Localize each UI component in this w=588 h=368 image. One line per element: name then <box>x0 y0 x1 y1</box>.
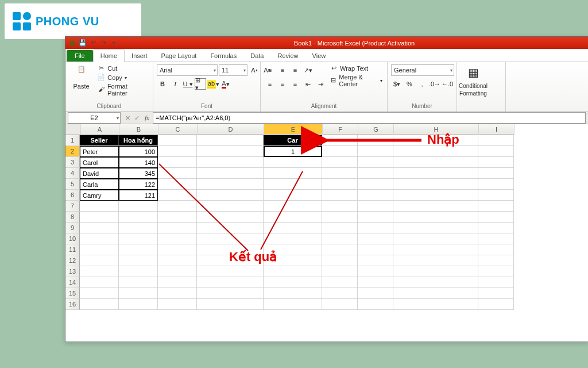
font-size-select[interactable]: 11 <box>219 64 247 76</box>
cell-H12[interactable] <box>393 255 478 266</box>
cell-D1[interactable] <box>197 135 264 146</box>
cell-A10[interactable] <box>80 233 119 244</box>
cell-I1[interactable] <box>478 135 514 146</box>
cell-H2[interactable] <box>393 146 478 157</box>
cell-A9[interactable] <box>80 223 119 233</box>
row-header-10[interactable]: 10 <box>65 233 80 244</box>
tab-home[interactable]: Home <box>93 49 125 62</box>
cell-C3[interactable] <box>158 157 197 168</box>
cell-B5[interactable]: 122 <box>119 179 158 190</box>
decrease-decimal-icon[interactable]: ←.0 <box>442 78 453 90</box>
cell-A3[interactable]: Carol <box>80 157 119 168</box>
fx-icon[interactable]: fx <box>141 114 153 121</box>
cell-H13[interactable] <box>393 266 478 277</box>
cell-B9[interactable] <box>119 223 158 233</box>
cell-H7[interactable] <box>393 201 478 212</box>
cell-G8[interactable] <box>358 212 393 223</box>
cell-D12[interactable] <box>197 255 264 266</box>
row-header-13[interactable]: 13 <box>65 266 80 277</box>
cell-G16[interactable] <box>358 299 393 310</box>
cell-A6[interactable]: Camry <box>80 190 119 201</box>
cell-F9[interactable] <box>322 223 358 233</box>
cell-B14[interactable] <box>119 277 158 288</box>
cell-F5[interactable] <box>322 179 358 190</box>
cell-G12[interactable] <box>358 255 393 266</box>
row-header-9[interactable]: 9 <box>65 223 80 233</box>
cell-H4[interactable] <box>393 168 478 179</box>
border-button[interactable]: ⊞ ▾ <box>195 78 206 90</box>
col-header-I[interactable]: I <box>479 124 514 135</box>
wrap-text-button[interactable]: ↩Wrap Text <box>328 64 384 72</box>
cell-C11[interactable] <box>158 244 197 255</box>
cell-G5[interactable] <box>358 179 393 190</box>
cell-A7[interactable] <box>80 201 119 212</box>
name-box[interactable]: E2▾ <box>68 112 121 124</box>
indent-right-icon[interactable]: ⇥ <box>315 78 326 90</box>
col-header-F[interactable]: F <box>323 124 358 135</box>
formula-bar[interactable]: =MATCH("pe?er",A2:A6,0) <box>153 112 586 124</box>
cell-F2[interactable] <box>322 146 358 157</box>
cell-C8[interactable] <box>158 212 197 223</box>
cell-C5[interactable] <box>158 179 197 190</box>
row-header-5[interactable]: 5 <box>65 179 80 190</box>
cell-C1[interactable] <box>158 135 197 146</box>
col-header-E[interactable]: E <box>264 124 323 135</box>
row-header-8[interactable]: 8 <box>65 212 80 223</box>
cell-E7[interactable] <box>264 201 322 212</box>
cell-D6[interactable] <box>197 190 264 201</box>
cell-D3[interactable] <box>197 157 264 168</box>
cell-B12[interactable] <box>119 255 158 266</box>
cell-E13[interactable] <box>264 266 322 277</box>
row-header-15[interactable]: 15 <box>65 288 80 299</box>
qat-dropdown-icon[interactable]: ▾ <box>109 39 118 48</box>
cell-H1[interactable] <box>393 135 478 146</box>
cell-C4[interactable] <box>158 168 197 179</box>
cell-H16[interactable] <box>393 299 478 310</box>
cell-F11[interactable] <box>322 244 358 255</box>
cell-D15[interactable] <box>197 288 264 299</box>
sheet-area[interactable]: ABCDEFGHI1SellerHoa hồngCar2Peter10013Ca… <box>65 124 588 343</box>
cell-A16[interactable] <box>80 299 119 310</box>
cut-button[interactable]: ✂Cut <box>96 64 149 72</box>
cell-E16[interactable] <box>264 299 322 310</box>
cell-F4[interactable] <box>322 168 358 179</box>
cell-C10[interactable] <box>158 233 197 244</box>
cell-I11[interactable] <box>478 244 514 255</box>
cell-A12[interactable] <box>80 255 119 266</box>
row-header-3[interactable]: 3 <box>65 157 80 168</box>
row-header-16[interactable]: 16 <box>65 299 80 310</box>
accounting-icon[interactable]: $▾ <box>391 78 403 90</box>
cell-G9[interactable] <box>358 223 393 233</box>
cell-B16[interactable] <box>119 299 158 310</box>
cell-A1[interactable]: Seller <box>80 135 119 146</box>
cell-G6[interactable] <box>358 190 393 201</box>
cell-I5[interactable] <box>478 179 514 190</box>
cell-I9[interactable] <box>478 223 514 233</box>
cell-A15[interactable] <box>80 288 119 299</box>
row-header-14[interactable]: 14 <box>65 277 80 288</box>
cell-G11[interactable] <box>358 244 393 255</box>
col-header-G[interactable]: G <box>358 124 394 135</box>
col-header-D[interactable]: D <box>198 124 264 135</box>
row-header-1[interactable]: 1 <box>65 135 80 146</box>
cell-I2[interactable] <box>478 146 514 157</box>
cell-G15[interactable] <box>358 288 393 299</box>
cell-I10[interactable] <box>478 233 514 244</box>
cell-H14[interactable] <box>393 277 478 288</box>
tab-insert[interactable]: Insert <box>125 50 154 62</box>
undo-icon[interactable]: ↶ <box>88 39 98 48</box>
cell-D14[interactable] <box>197 277 264 288</box>
row-header-4[interactable]: 4 <box>65 168 80 179</box>
copy-button[interactable]: 📄Copy ▾ <box>96 74 149 82</box>
cell-G2[interactable] <box>358 146 393 157</box>
cell-B6[interactable]: 121 <box>119 190 158 201</box>
cell-H9[interactable] <box>393 223 478 233</box>
cell-I6[interactable] <box>478 190 514 201</box>
underline-button[interactable]: U ▾ <box>182 78 194 90</box>
tab-formulas[interactable]: Formulas <box>203 50 243 62</box>
cell-E10[interactable] <box>264 233 322 244</box>
cell-B3[interactable]: 140 <box>119 157 158 168</box>
tab-view[interactable]: View <box>305 50 333 62</box>
cell-B11[interactable] <box>119 244 158 255</box>
align-top-icon[interactable]: ≡ <box>264 64 276 76</box>
